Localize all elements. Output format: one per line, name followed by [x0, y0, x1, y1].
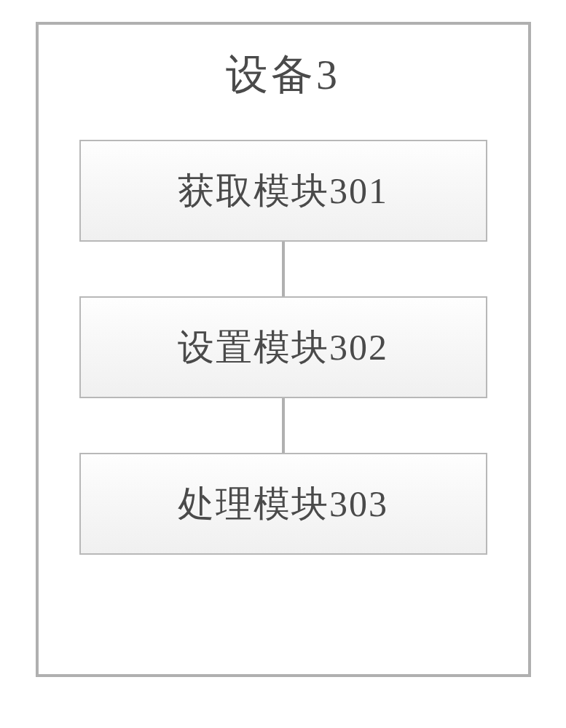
module-process: 处理模块303	[79, 453, 487, 555]
device-title: 设备3	[226, 47, 340, 103]
connector-line	[282, 398, 285, 453]
device-container: 设备3 获取模块301 设置模块302 处理模块303	[36, 22, 531, 677]
connector-line	[282, 242, 285, 296]
module-label: 设置模块302	[178, 323, 388, 372]
module-acquire: 获取模块301	[79, 140, 487, 242]
module-label: 处理模块303	[178, 480, 388, 529]
module-label: 获取模块301	[178, 167, 388, 215]
modules-container: 获取模块301 设置模块302 处理模块303	[68, 140, 499, 555]
module-configure: 设置模块302	[79, 296, 487, 398]
